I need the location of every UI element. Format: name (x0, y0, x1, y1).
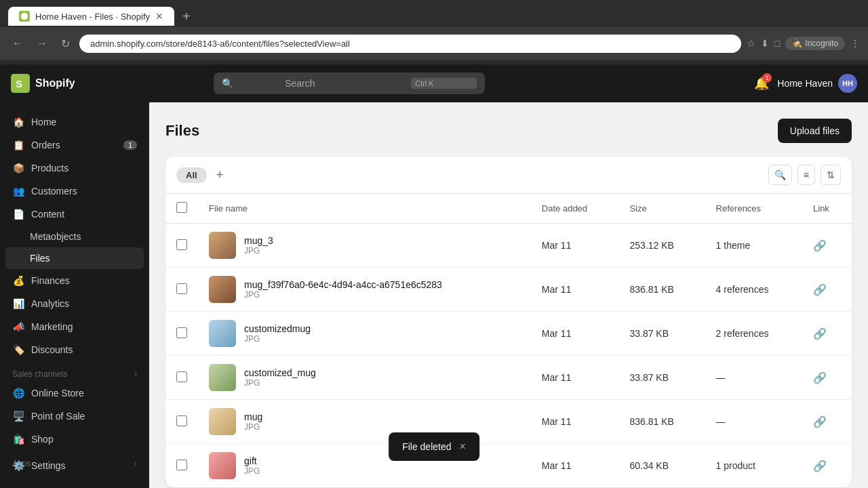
link-icon[interactable]: 🔗 (813, 372, 827, 384)
sidebar-item-pos[interactable]: 🖥️ Point of Sale (5, 405, 144, 428)
file-details: mug_f39f76a0-6e4c-4d94-a4cc-a6751e6c5283… (244, 279, 442, 300)
incognito-badge: 🕵 Incognito (785, 37, 845, 50)
file-type: JPG (244, 422, 262, 432)
table-row: customized_mug JPG Mar 11 33.87 KB — 🔗 (165, 356, 852, 400)
discounts-icon: 🏷️ (12, 344, 24, 356)
file-details: mug_3 JPG (244, 235, 273, 256)
sidebar: 🏠 Home 📋 Orders 1 📦 Products 👥 Customers… (0, 102, 149, 488)
sales-channels-expand[interactable]: › (134, 369, 137, 379)
file-type: JPG (244, 466, 260, 476)
sales-channels-label: Sales channels › (5, 361, 144, 382)
filter-button[interactable]: ≡ (797, 165, 815, 185)
row-checkbox[interactable] (176, 283, 187, 294)
store-button[interactable]: Home Haven HH (777, 74, 857, 93)
row-link-cell: 🔗 (802, 312, 852, 356)
row-filename-cell: mug_3 JPG (198, 224, 531, 268)
row-checkbox-cell[interactable] (165, 400, 198, 444)
topbar-right: 🔔 1 Home Haven HH (754, 74, 857, 93)
shop-icon: 🛍️ (12, 433, 24, 445)
row-size: 836.81 KB (618, 268, 705, 312)
row-checkbox-cell[interactable] (165, 268, 198, 312)
address-bar[interactable]: admin.shopify.com/store/de8143-a6/conten… (79, 35, 741, 53)
col-filename: File name (198, 194, 531, 224)
link-icon[interactable]: 🔗 (813, 328, 827, 340)
search-files-button[interactable]: 🔍 (768, 165, 792, 185)
row-checkbox[interactable] (176, 460, 187, 470)
home-icon: 🏠 (12, 116, 24, 128)
marketing-icon: 📣 (12, 321, 24, 333)
download-icon[interactable]: ⬇ (761, 38, 769, 49)
file-name: gift (244, 455, 260, 466)
svg-text:S: S (16, 78, 22, 89)
link-icon[interactable]: 🔗 (813, 460, 827, 472)
incognito-icon: 🕵 (792, 39, 802, 48)
tab-close-btn[interactable]: ✕ (155, 11, 163, 22)
row-checkbox-cell[interactable] (165, 224, 198, 268)
table-toolbar: All + 🔍 ≡ ⇅ (165, 157, 852, 194)
sidebar-item-shop[interactable]: 🛍️ Shop (5, 428, 144, 451)
tab-all[interactable]: All (176, 167, 207, 183)
menu-icon[interactable]: ⋮ (850, 38, 860, 49)
row-checkbox-cell[interactable] (165, 444, 198, 488)
select-all-header[interactable] (165, 194, 198, 224)
link-icon[interactable]: 🔗 (813, 416, 827, 428)
sidebar-item-marketing[interactable]: 📣 Marketing (5, 315, 144, 338)
sidebar-label-content: Content (31, 209, 64, 220)
forward-button[interactable]: → (33, 35, 52, 52)
row-size: 60.34 KB (618, 444, 705, 488)
upload-files-button[interactable]: Upload files (778, 119, 852, 143)
new-tab-button[interactable]: + (180, 6, 193, 27)
file-thumbnail (209, 276, 236, 303)
sidebar-item-orders[interactable]: 📋 Orders 1 (5, 134, 144, 157)
back-button[interactable]: ← (8, 35, 27, 52)
select-all-checkbox[interactable] (176, 202, 187, 213)
table-row: customizedmug JPG Mar 11 33.87 KB 2 refe… (165, 312, 852, 356)
file-details: customizedmug JPG (244, 323, 311, 344)
sort-button[interactable]: ⇅ (821, 165, 841, 185)
add-filter-button[interactable]: + (212, 167, 228, 184)
sidebar-item-files[interactable]: Files (5, 247, 144, 269)
browser-tab[interactable]: Home Haven - Files · Shopify ✕ (8, 7, 174, 26)
shopify-logo[interactable]: S Shopify (11, 74, 75, 93)
file-name: customizedmug (244, 323, 311, 334)
row-date: Mar 11 (531, 268, 619, 312)
row-date: Mar 11 (531, 444, 619, 488)
row-checkbox[interactable] (176, 239, 187, 250)
sidebar-item-discounts[interactable]: 🏷️ Discounts (5, 338, 144, 361)
store-name: Home Haven (777, 78, 833, 89)
tab-favicon (19, 11, 30, 22)
col-link: Link (802, 194, 852, 224)
refresh-button[interactable]: ↻ (57, 35, 74, 53)
toast-message: File deleted (402, 441, 451, 452)
sidebar-label-marketing: Marketing (31, 321, 73, 332)
search-bar[interactable]: 🔍 Search Ctrl K (214, 73, 485, 94)
extensions-icon[interactable]: □ (774, 38, 780, 49)
row-checkbox-cell[interactable] (165, 312, 198, 356)
sidebar-item-content[interactable]: 📄 Content (5, 203, 144, 226)
row-checkbox[interactable] (176, 415, 187, 426)
sidebar-item-analytics[interactable]: 📊 Analytics (5, 292, 144, 315)
avatar: HH (838, 74, 857, 93)
sidebar-item-metaobjects[interactable]: Metaobjects (5, 226, 144, 247)
row-filename-cell: mug JPG (198, 400, 531, 444)
sidebar-item-finances[interactable]: 💰 Finances (5, 269, 144, 292)
notification-button[interactable]: 🔔 1 (754, 76, 769, 91)
row-checkbox[interactable] (176, 371, 187, 382)
row-checkbox[interactable] (176, 327, 187, 338)
file-name: mug_3 (244, 235, 273, 246)
files-card: All + 🔍 ≡ ⇅ File name (165, 157, 852, 487)
row-link-cell: 🔗 (802, 224, 852, 268)
toast-close-button[interactable]: × (460, 441, 466, 453)
link-icon[interactable]: 🔗 (813, 284, 827, 296)
row-checkbox-cell[interactable] (165, 356, 198, 400)
main-container: 🏠 Home 📋 Orders 1 📦 Products 👥 Customers… (0, 102, 868, 488)
content-icon: 📄 (12, 208, 24, 220)
sidebar-item-products[interactable]: 📦 Products (5, 157, 144, 180)
sidebar-item-home[interactable]: 🏠 Home (5, 110, 144, 134)
col-date: Date added (531, 194, 619, 224)
sidebar-item-settings[interactable]: ⚙️ Settings (5, 454, 144, 477)
sidebar-item-online-store[interactable]: 🌐 Online Store (5, 382, 144, 405)
link-icon[interactable]: 🔗 (813, 240, 827, 251)
bookmark-icon[interactable]: ☆ (747, 38, 755, 49)
sidebar-item-customers[interactable]: 👥 Customers (5, 180, 144, 203)
